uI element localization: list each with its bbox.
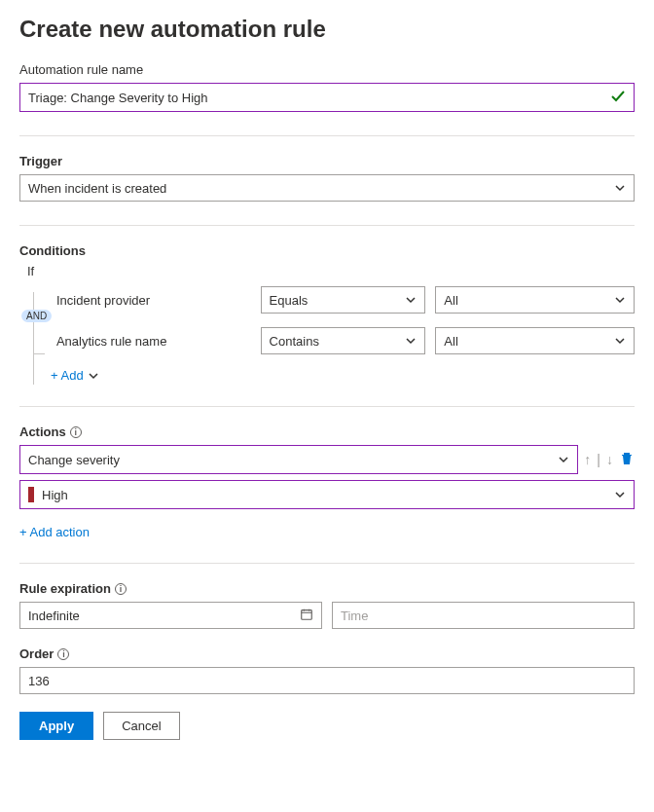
page-title: Create new automation rule	[19, 16, 635, 43]
expiration-time-input[interactable]: Time	[332, 602, 635, 629]
operator-value: Equals	[270, 293, 309, 308]
condition-operator-select[interactable]: Equals	[261, 286, 426, 314]
rule-name-value: Triage: Change Severity to High	[28, 91, 208, 105]
condition-value-select[interactable]: All	[435, 286, 635, 314]
chevron-down-icon	[405, 335, 417, 347]
condition-field-label: Analytics rule name	[56, 334, 251, 349]
operator-value: Contains	[270, 334, 319, 349]
expiration-date-input[interactable]: Indefinite	[19, 602, 322, 629]
move-down-icon: ↓	[606, 452, 613, 467]
rule-name-input[interactable]: Triage: Change Severity to High	[19, 83, 635, 112]
condition-value: All	[444, 334, 457, 349]
trigger-label: Trigger	[19, 154, 635, 168]
expiration-date-value: Indefinite	[28, 609, 80, 623]
cancel-button[interactable]: Cancel	[103, 712, 179, 740]
divider	[19, 563, 635, 564]
trigger-value: When incident is created	[28, 181, 166, 196]
delete-action-button[interactable]	[619, 451, 635, 469]
chevron-down-icon	[405, 294, 417, 306]
expiration-label: Rule expiration i	[19, 581, 635, 596]
chevron-down-icon	[88, 370, 99, 382]
checkmark-icon	[610, 89, 626, 107]
severity-select[interactable]: High	[19, 480, 635, 509]
trigger-select[interactable]: When incident is created	[19, 174, 635, 202]
apply-button[interactable]: Apply	[19, 712, 93, 740]
add-action-button[interactable]: + Add action	[19, 525, 90, 539]
severity-indicator	[28, 487, 34, 502]
order-value: 136	[28, 674, 50, 688]
info-icon[interactable]: i	[70, 426, 82, 438]
conditions-label: Conditions	[19, 243, 635, 258]
severity-value: High	[42, 488, 68, 502]
info-icon[interactable]: i	[57, 648, 69, 660]
chevron-down-icon	[558, 454, 569, 465]
condition-value-select[interactable]: All	[435, 327, 635, 354]
chevron-down-icon	[614, 294, 626, 306]
chevron-down-icon	[614, 335, 626, 347]
chevron-down-icon	[614, 182, 626, 194]
actions-label: Actions i	[19, 424, 635, 439]
order-label: Order i	[19, 646, 635, 661]
condition-field-label: Incident provider	[56, 293, 251, 308]
chevron-down-icon	[614, 489, 626, 500]
calendar-icon	[300, 608, 313, 624]
reorder-divider: |	[597, 452, 600, 467]
move-up-icon: ↑	[584, 452, 591, 467]
svg-rect-0	[302, 609, 312, 619]
order-input[interactable]: 136	[19, 667, 635, 694]
order-label-text: Order	[19, 646, 54, 661]
action-type-select[interactable]: Change severity	[19, 445, 578, 474]
expiration-label-text: Rule expiration	[19, 581, 111, 596]
actions-label-text: Actions	[19, 424, 66, 439]
condition-value: All	[444, 293, 457, 308]
add-condition-label: + Add	[51, 368, 84, 383]
expiration-time-placeholder: Time	[341, 609, 368, 623]
add-condition-button[interactable]: + Add	[51, 368, 99, 383]
info-icon[interactable]: i	[115, 583, 127, 595]
rule-name-label: Automation rule name	[19, 62, 635, 77]
divider	[19, 135, 635, 136]
if-label: If	[27, 264, 635, 278]
action-type-value: Change severity	[28, 453, 120, 467]
and-badge: AND	[21, 310, 52, 322]
divider	[19, 225, 635, 226]
condition-operator-select[interactable]: Contains	[261, 327, 426, 354]
divider	[19, 406, 635, 407]
